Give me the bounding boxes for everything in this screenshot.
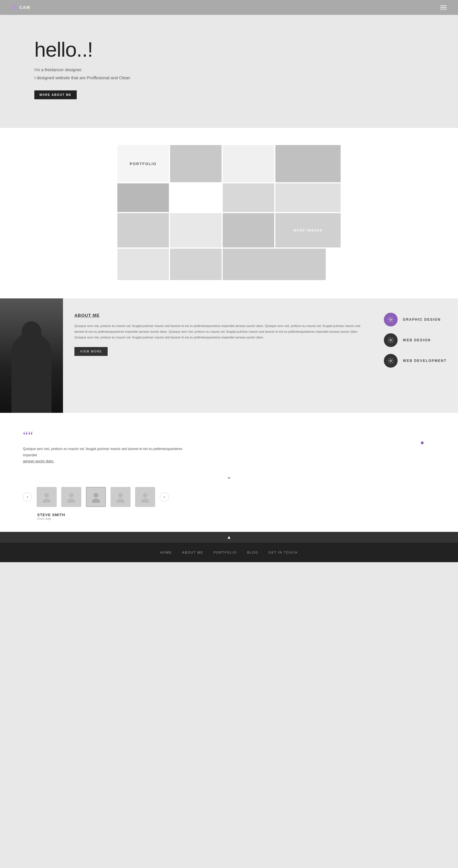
about-title: ABOUT ME	[75, 313, 361, 317]
gear-icon-2	[388, 337, 394, 343]
portfolio-label: PORTFOLIO	[130, 162, 156, 166]
portfolio-tile-5[interactable]	[170, 183, 222, 212]
portfolio-label-cell: PORTFOLIO	[117, 145, 169, 182]
svg-point-8	[69, 493, 74, 497]
avatar-icon-1	[41, 491, 52, 503]
menu-toggle[interactable]	[440, 5, 447, 9]
testimonial-carousel: ‹	[23, 487, 435, 507]
skill-web-dev-label: WEB DEVELOPMENT	[403, 359, 447, 363]
svg-point-5	[390, 360, 392, 362]
svg-point-1	[13, 7, 15, 8]
svg-point-9	[67, 499, 75, 503]
skill-web-development: WEB DEVELOPMENT	[384, 354, 447, 368]
svg-point-13	[116, 499, 124, 503]
skill-graphic-design: GRAPHIC DESIGN	[384, 313, 447, 327]
footer-nav-contact[interactable]: GET IN TOUCH	[268, 551, 298, 554]
testimonial-underline: aenean auctor diam.	[23, 459, 54, 463]
menu-bar-3	[440, 9, 447, 9]
avatar-icon-2	[65, 491, 77, 503]
gear-icon	[388, 316, 394, 323]
portfolio-tile-8[interactable]	[117, 213, 169, 247]
author-name: STEVE SMITH	[37, 513, 435, 517]
footer-nav-portfolio[interactable]: PORTFOLIO	[213, 551, 237, 554]
svg-rect-0	[12, 6, 17, 9]
skills-list: GRAPHIC DESIGN WEB DESIGN WEB DEVELOPMEN…	[372, 299, 458, 413]
portfolio-grid: PORTFOLIO MORE IMAGES	[117, 145, 341, 280]
svg-point-10	[94, 493, 98, 497]
avatar-5[interactable]	[135, 487, 155, 507]
web-design-icon-circle	[384, 333, 398, 347]
svg-point-3	[390, 319, 392, 320]
silhouette-body	[11, 333, 52, 413]
svg-point-6	[45, 493, 49, 497]
portfolio-tile-11[interactable]	[117, 249, 169, 280]
view-more-button[interactable]: VIEW MORE	[75, 347, 108, 356]
portfolio-section: PORTFOLIO MORE IMAGES	[0, 128, 458, 299]
mosaic-row-3: MORE IMAGES	[117, 213, 341, 247]
svg-point-4	[390, 339, 392, 341]
testimonial-text-main: Quisque sem nisl, pretium eu mauris vel,…	[23, 447, 182, 457]
scroll-up-bar[interactable]: ▲	[0, 532, 458, 543]
svg-point-14	[143, 493, 147, 497]
svg-point-11	[92, 499, 100, 503]
avatar-icon-4	[115, 491, 126, 503]
portfolio-tile-4[interactable]	[117, 183, 169, 212]
menu-bar-2	[440, 7, 447, 8]
testimonial-section: ““ Quisque sem nisl, pretium eu mauris v…	[0, 413, 458, 532]
svg-point-12	[118, 493, 123, 497]
about-body: Quisque sem nisl, pretium eu mauris vel,…	[75, 323, 361, 340]
portfolio-tile-1[interactable]	[170, 145, 222, 182]
mosaic-row-1: PORTFOLIO	[117, 145, 341, 182]
hero-line2: I designed website that are Proffesional…	[34, 74, 130, 81]
skill-web-design: WEB DESIGN	[384, 333, 447, 347]
footer-nav-home[interactable]: HOME	[160, 551, 172, 554]
skill-graphic-design-label: GRAPHIC DESIGN	[403, 317, 441, 321]
arrow-down: ⌄	[23, 473, 435, 480]
gear-icon-3	[388, 358, 394, 364]
skill-web-design-label: WEB DESIGN	[403, 338, 431, 342]
portfolio-tile-7[interactable]	[275, 183, 341, 212]
portfolio-tile-6[interactable]	[223, 183, 274, 212]
author-from: From Italy	[37, 517, 435, 520]
camera-icon	[11, 5, 17, 10]
portfolio-tile-9[interactable]	[170, 213, 222, 247]
navbar: CAM	[0, 0, 458, 15]
avatar-icon-5	[139, 491, 151, 503]
avatar-4[interactable]	[111, 487, 131, 507]
avatar-3[interactable]	[86, 487, 106, 507]
brand: CAM	[11, 5, 30, 10]
portfolio-tile-2[interactable]	[223, 145, 274, 182]
about-content: ABOUT ME Quisque sem nisl, pretium eu ma…	[63, 299, 372, 413]
svg-point-7	[42, 499, 51, 503]
next-button[interactable]: ›	[160, 492, 169, 501]
more-images-button[interactable]: MORE IMAGES	[275, 213, 341, 247]
portfolio-tile-10[interactable]	[223, 213, 274, 247]
about-section: ABOUT ME Quisque sem nisl, pretium eu ma…	[0, 299, 458, 413]
silhouette-container	[0, 299, 63, 413]
portfolio-tile-12[interactable]	[170, 249, 222, 280]
hero-heading: hello..!	[34, 38, 93, 61]
portfolio-tile-13[interactable]	[223, 249, 326, 280]
portfolio-tile-3[interactable]	[275, 145, 341, 182]
hero-section: hello..! I'm a freelancer designer. I de…	[0, 15, 458, 128]
author-info: STEVE SMITH From Italy	[23, 513, 435, 520]
svg-rect-2	[13, 6, 15, 7]
footer-nav-about[interactable]: ABOUT ME	[182, 551, 203, 554]
graphic-design-icon-circle	[384, 313, 398, 327]
footer: HOME ABOUT ME PORTFOLIO BLOG GET IN TOUC…	[0, 543, 458, 562]
svg-point-15	[141, 499, 149, 503]
chevron-up-icon: ▲	[227, 535, 231, 540]
footer-nav-blog[interactable]: BLOG	[247, 551, 258, 554]
mosaic-row-2	[117, 183, 341, 212]
hero-cta-button[interactable]: MORE ABOUT ME	[34, 90, 77, 99]
avatar-2[interactable]	[61, 487, 81, 507]
more-images-label: MORE IMAGES	[293, 228, 322, 232]
avatar-icon-3	[90, 491, 102, 503]
hero-line1: I'm a freelancer designer.	[34, 66, 82, 73]
footer-nav: HOME ABOUT ME PORTFOLIO BLOG GET IN TOUC…	[160, 551, 298, 554]
mosaic-row-4	[117, 249, 341, 280]
testimonial-dot	[421, 441, 424, 444]
brand-label: CAM	[20, 5, 30, 10]
avatar-1[interactable]	[37, 487, 57, 507]
prev-button[interactable]: ‹	[23, 492, 32, 501]
